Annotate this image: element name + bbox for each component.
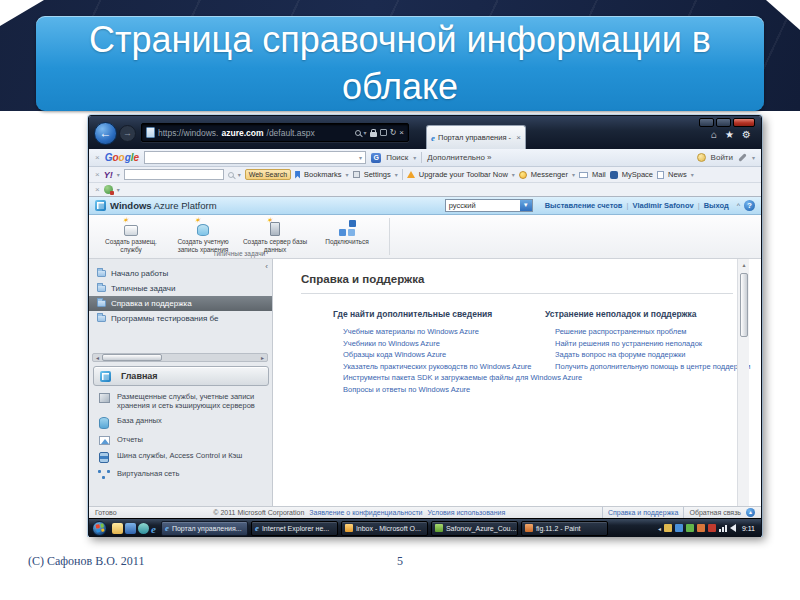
google-toolbar-close-icon[interactable]: × [95,153,100,162]
new-database-server-button[interactable]: ✶ Создать сервер базы данных [239,217,311,253]
tray-expand-icon[interactable]: ◂ [658,525,661,532]
billing-link[interactable]: Выставление счетов [545,201,623,210]
sidebar-item-getting-started[interactable]: Начало работы [89,266,272,281]
favorites-star-icon[interactable]: ★ [725,129,734,140]
refresh-icon[interactable]: ↻ [390,128,397,137]
ie-icon[interactable]: e [151,523,156,534]
tools-gear-icon[interactable]: ⚙ [742,129,751,140]
new-hosted-service-button[interactable]: ✶ Создать размещ. службу [95,217,167,253]
new-storage-account-button[interactable]: ✶ Создать учетную запись хранения [167,217,239,253]
terms-link[interactable]: Условия использования [428,509,506,516]
tray-icon[interactable] [697,524,705,532]
taskbar-task-portal[interactable]: eПортал управления... [161,521,248,536]
support-link[interactable]: Задать вопрос на форуме поддержки [545,349,745,361]
maximize-button[interactable] [716,118,731,127]
tab-close-icon[interactable]: × [516,133,521,142]
chevron-down-icon[interactable]: ▾ [238,171,241,178]
help-link[interactable]: Инструменты пакета SDK и загружаемые фай… [333,372,563,384]
taskbar-task-ie[interactable]: eInternet Explorer не... [251,521,338,536]
chevron-down-icon[interactable]: ▾ [359,154,362,161]
google-more-button[interactable]: Дополнительно » [427,153,491,162]
privacy-link[interactable]: Заявление о конфиденциальности [309,509,422,516]
compatibility-icon[interactable] [380,129,387,136]
sidebar-item-reports[interactable]: Отчеты [97,435,265,445]
help-link[interactable]: Образцы кода Windows Azure [333,349,563,361]
upgrade-toolbar-link[interactable]: Upgrade your Toolbar Now [419,170,508,179]
search-dropdown-icon[interactable]: ▾ [364,129,367,136]
google-search-button[interactable]: Поиск [386,153,408,162]
help-support-link[interactable]: Справка и поддержка [608,509,679,516]
sidebar-item-hosted-services[interactable]: Размещенные службы, учетные записи хране… [97,392,265,410]
search-icon[interactable] [355,130,361,136]
help-link[interactable]: Учебники по Windows Azure [333,338,563,350]
close-button[interactable] [733,118,755,127]
chevron-down-icon[interactable]: ▾ [512,171,515,178]
network-icon[interactable] [719,525,727,532]
help-link[interactable]: Вопросы и ответы по Windows Azure [333,384,563,396]
settings-menu[interactable]: Settings [364,170,391,179]
feedback-link[interactable]: Обратная связь [689,509,741,516]
sidebar-collapse-icon[interactable]: ‹ [265,262,268,271]
help-icon[interactable]: ? [744,200,755,211]
help-link[interactable]: Учебные материалы по Windows Azure [333,326,563,338]
browser-tab[interactable]: e Портал управления - плат... × [426,125,526,149]
support-link[interactable]: Найти решения по устранению неполадок [545,338,745,350]
chevron-down-icon[interactable]: ▾ [395,171,398,178]
yahoo-search-input[interactable] [124,169,224,180]
addon-icon[interactable] [104,185,113,194]
minimize-button[interactable] [699,118,714,127]
collapse-up-icon[interactable]: ^ [737,202,740,209]
chevron-down-icon[interactable]: ▾ [752,154,755,161]
feedback-icon[interactable]: ▴ [746,508,755,517]
sidebar-item-common-tasks[interactable]: Типичные задачи [89,281,272,296]
wrench-icon[interactable] [738,153,746,161]
sidebar-item-help-support[interactable]: Справка и поддержка [89,296,272,311]
app-icon[interactable] [138,523,149,534]
google-search-input[interactable]: ▾ [144,151,366,164]
myspace-link[interactable]: MySpace [622,170,653,179]
vertical-scrollbar[interactable]: ▴ [737,259,749,506]
scroll-up-icon[interactable]: ▴ [738,261,750,268]
yahoo-toolbar-close-icon[interactable]: × [95,170,100,179]
chevron-down-icon[interactable]: ▾ [346,171,349,178]
home-icon[interactable]: ⌂ [711,129,717,140]
tray-icon[interactable] [675,524,683,532]
address-bar[interactable]: https://windows.azure.com/default.aspx ▾… [141,123,409,142]
stop-icon[interactable]: × [399,128,404,137]
tray-icon[interactable] [664,524,672,532]
chevron-down-icon[interactable]: ▾ [413,154,416,161]
chevron-down-icon[interactable]: ▾ [691,171,694,178]
speaker-icon[interactable] [730,524,736,532]
support-link[interactable]: Получить дополнительную помощь в центре … [545,361,745,373]
user-name-link[interactable]: Vladimir Safonov [632,201,693,210]
folder-icon[interactable] [112,523,123,534]
taskbar-task-document[interactable]: Safonov_Azure_Cou... [431,521,518,536]
addon-toolbar-close-icon[interactable]: × [95,185,100,194]
connect-button[interactable]: Подключиться [311,217,383,253]
google-sign-in-link[interactable]: Войти [711,153,733,162]
messenger-menu[interactable]: Messenger [531,170,568,179]
bookmarks-menu[interactable]: Bookmarks [304,170,342,179]
tray-icon[interactable] [686,524,694,532]
web-search-button[interactable]: Web Search [245,169,291,180]
taskbar-task-paint[interactable]: fig.11.2 - Paint [521,521,608,536]
chevron-down-icon[interactable]: ▼ [520,200,532,211]
scrollbar-thumb[interactable] [102,354,162,361]
sidebar-home-button[interactable]: Главная [93,366,269,386]
chevron-down-icon[interactable]: ▾ [572,171,575,178]
support-link[interactable]: Решение распространенных проблем [545,326,745,338]
language-select[interactable]: русский▼ [445,199,533,212]
help-link[interactable]: Указатель практических руководств по Win… [333,361,563,373]
start-button[interactable] [92,521,107,536]
chevron-down-icon[interactable]: ▾ [117,171,120,178]
sidebar-horizontal-scrollbar[interactable]: ◂ ▸ [92,353,268,362]
chevron-down-icon[interactable]: ▾ [117,186,120,193]
app-icon[interactable] [125,523,136,534]
scrollbar-thumb[interactable] [740,273,748,337]
sign-out-link[interactable]: Выход [704,201,729,210]
sidebar-item-beta-programs[interactable]: Программы тестирования бе [89,311,272,326]
news-menu[interactable]: News [668,170,687,179]
taskbar-task-outlook[interactable]: Inbox - Microsoft O... [341,521,428,536]
tray-icon[interactable] [708,524,716,532]
mail-menu[interactable]: Mail [592,170,606,179]
